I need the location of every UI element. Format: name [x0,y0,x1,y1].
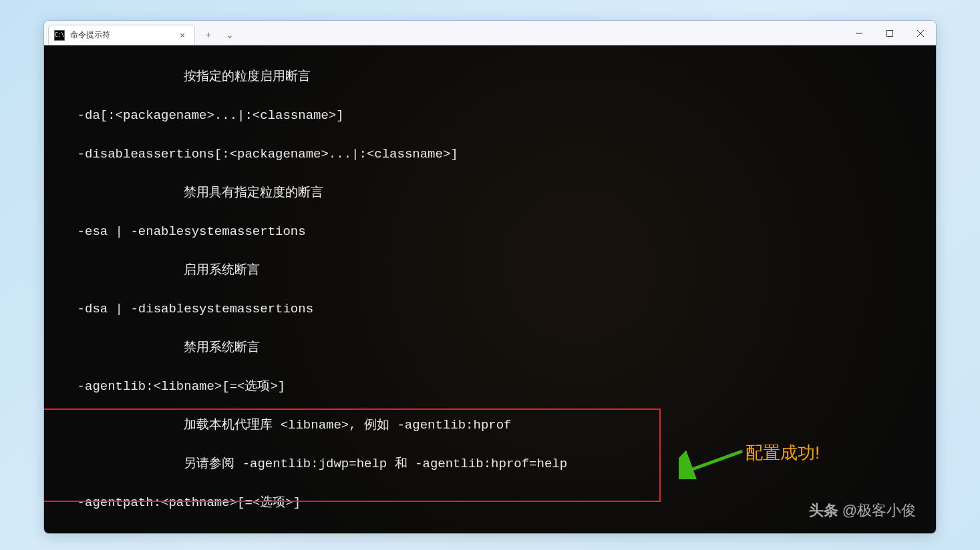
new-tab-button[interactable]: + [200,27,216,43]
title-bar: C:\ 命令提示符 × + ⌄ [44,21,936,45]
output-line: -agentlib:<libname>[=<选项>] [47,377,933,396]
tab-dropdown-button[interactable]: ⌄ [222,27,238,43]
annotation-highlight-box [44,408,661,502]
window-controls [844,21,936,45]
svg-line-5 [687,451,742,471]
watermark: 头条 @极客小俊 [809,501,916,520]
output-line: -disableassertions[:<packagename>...|:<c… [47,145,933,164]
cmd-icon: C:\ [54,30,65,41]
output-line: -esa | -enablesystemassertions [47,222,933,242]
tab-controls: + ⌄ [200,25,238,45]
output-line: 按指定的粒度启用断言 [47,67,933,87]
output-line: 禁用系统断言 [47,338,933,358]
output-line: 按完整路径名加载本机代理库 [47,532,933,533]
tab-title: 命令提示符 [70,29,172,41]
close-button[interactable] [905,21,936,45]
minimize-button[interactable] [844,21,874,45]
output-line: 禁用具有指定粒度的断言 [47,184,933,203]
output-line: -dsa | -disablesystemassertions [47,300,933,319]
svg-rect-1 [887,30,893,36]
maximize-button[interactable] [874,21,905,45]
watermark-text: @极客小俊 [842,501,916,520]
terminal-window: C:\ 命令提示符 × + ⌄ 按指定的粒度启用断言 -da[:<package… [43,20,937,534]
annotation-text: 配置成功! [746,443,820,463]
terminal-output[interactable]: 按指定的粒度启用断言 -da[:<packagename>...|:<class… [44,45,936,533]
annotation-arrow-icon [679,446,746,479]
watermark-logo: 头条 [809,501,838,520]
tab-cmd[interactable]: C:\ 命令提示符 × [48,25,195,45]
tab-close-button[interactable]: × [177,30,188,41]
output-line: -da[:<packagename>...|:<classname>] [47,106,933,125]
output-line: 启用系统断言 [47,261,933,280]
